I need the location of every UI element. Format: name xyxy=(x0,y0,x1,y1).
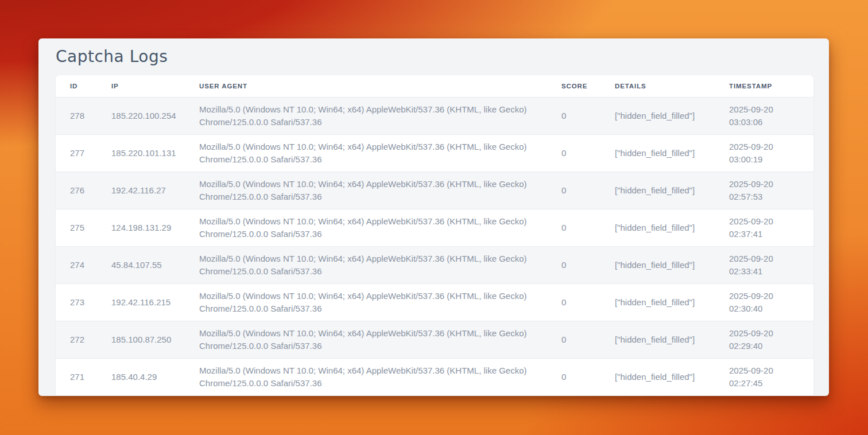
table-row: 274 45.84.107.55 Mozilla/5.0 (Windows NT… xyxy=(56,246,813,283)
cell-id: 274 xyxy=(56,246,97,283)
column-header-score: SCORE xyxy=(547,75,600,97)
cell-score: 0 xyxy=(547,283,600,321)
cell-ip: 185.100.87.250 xyxy=(97,321,185,358)
cell-details: ["hidden_field_filled"] xyxy=(600,246,715,283)
cell-user-agent: Mozilla/5.0 (Windows NT 10.0; Win64; x64… xyxy=(185,283,547,321)
cell-score: 0 xyxy=(547,209,600,246)
table-body: 278 185.220.100.254 Mozilla/5.0 (Windows… xyxy=(56,97,813,395)
table-row: 273 192.42.116.215 Mozilla/5.0 (Windows … xyxy=(56,283,813,321)
cell-details: ["hidden_field_filled"] xyxy=(600,172,715,209)
cell-score: 0 xyxy=(547,358,600,395)
cell-timestamp: 2025-09-20 02:57:53 xyxy=(715,172,813,209)
cell-id: 276 xyxy=(56,172,97,209)
cell-ip: 185.220.101.131 xyxy=(97,134,185,172)
cell-details: ["hidden_field_filled"] xyxy=(600,209,715,246)
table-row: 272 185.100.87.250 Mozilla/5.0 (Windows … xyxy=(56,321,813,358)
table-row: 277 185.220.101.131 Mozilla/5.0 (Windows… xyxy=(56,134,813,172)
cell-timestamp: 2025-09-20 02:30:40 xyxy=(715,283,813,321)
cell-id: 275 xyxy=(56,209,97,246)
cell-details: ["hidden_field_filled"] xyxy=(600,358,715,395)
column-header-ip: IP xyxy=(97,75,185,97)
table-row: 275 124.198.131.29 Mozilla/5.0 (Windows … xyxy=(56,209,813,246)
cell-score: 0 xyxy=(547,172,600,209)
cell-timestamp: 2025-09-20 02:27:45 xyxy=(715,358,813,395)
cell-id: 273 xyxy=(56,283,97,321)
column-header-details: DETAILS xyxy=(600,75,715,97)
cell-user-agent: Mozilla/5.0 (Windows NT 10.0; Win64; x64… xyxy=(185,97,547,134)
cell-id: 271 xyxy=(56,358,97,395)
cell-ip: 185.40.4.29 xyxy=(97,358,185,395)
table-row: 278 185.220.100.254 Mozilla/5.0 (Windows… xyxy=(56,97,813,134)
cell-timestamp: 2025-09-20 02:29:40 xyxy=(715,321,813,358)
captcha-logs-table: ID IP USER AGENT SCORE DETAILS TIMESTAMP… xyxy=(56,75,813,395)
cell-timestamp: 2025-09-20 02:33:41 xyxy=(715,246,813,283)
cell-user-agent: Mozilla/5.0 (Windows NT 10.0; Win64; x64… xyxy=(185,358,547,395)
cell-id: 277 xyxy=(56,134,97,172)
captcha-logs-panel: Captcha Logs ID IP USER AGENT SCORE DETA… xyxy=(38,38,829,396)
cell-user-agent: Mozilla/5.0 (Windows NT 10.0; Win64; x64… xyxy=(185,321,547,358)
cell-ip: 192.42.116.27 xyxy=(97,172,185,209)
table-header: ID IP USER AGENT SCORE DETAILS TIMESTAMP xyxy=(56,75,813,97)
cell-id: 278 xyxy=(56,97,97,134)
cell-score: 0 xyxy=(547,97,600,134)
cell-ip: 185.220.100.254 xyxy=(97,97,185,134)
column-header-timestamp: TIMESTAMP xyxy=(715,75,813,97)
page-title: Captcha Logs xyxy=(56,45,812,68)
cell-score: 0 xyxy=(547,321,600,358)
column-header-id: ID xyxy=(56,75,97,97)
page-background: { "page": { "title": "Captcha Logs" }, "… xyxy=(0,0,868,435)
cell-score: 0 xyxy=(547,134,600,172)
cell-score: 0 xyxy=(547,246,600,283)
cell-user-agent: Mozilla/5.0 (Windows NT 10.0; Win64; x64… xyxy=(185,246,547,283)
cell-timestamp: 2025-09-20 03:03:06 xyxy=(715,97,813,134)
cell-details: ["hidden_field_filled"] xyxy=(600,97,715,134)
column-header-user-agent: USER AGENT xyxy=(185,75,547,97)
cell-timestamp: 2025-09-20 02:37:41 xyxy=(715,209,813,246)
table-row: 271 185.40.4.29 Mozilla/5.0 (Windows NT … xyxy=(56,358,813,395)
cell-user-agent: Mozilla/5.0 (Windows NT 10.0; Win64; x64… xyxy=(185,134,547,172)
cell-details: ["hidden_field_filled"] xyxy=(600,321,715,358)
cell-ip: 45.84.107.55 xyxy=(97,246,185,283)
cell-id: 272 xyxy=(56,321,97,358)
cell-details: ["hidden_field_filled"] xyxy=(600,283,715,321)
cell-user-agent: Mozilla/5.0 (Windows NT 10.0; Win64; x64… xyxy=(185,209,547,246)
cell-timestamp: 2025-09-20 03:00:19 xyxy=(715,134,813,172)
cell-ip: 124.198.131.29 xyxy=(97,209,185,246)
cell-user-agent: Mozilla/5.0 (Windows NT 10.0; Win64; x64… xyxy=(185,172,547,209)
cell-details: ["hidden_field_filled"] xyxy=(600,134,715,172)
table-row: 276 192.42.116.27 Mozilla/5.0 (Windows N… xyxy=(56,172,813,209)
cell-ip: 192.42.116.215 xyxy=(97,283,185,321)
table-header-row: ID IP USER AGENT SCORE DETAILS TIMESTAMP xyxy=(56,75,813,97)
